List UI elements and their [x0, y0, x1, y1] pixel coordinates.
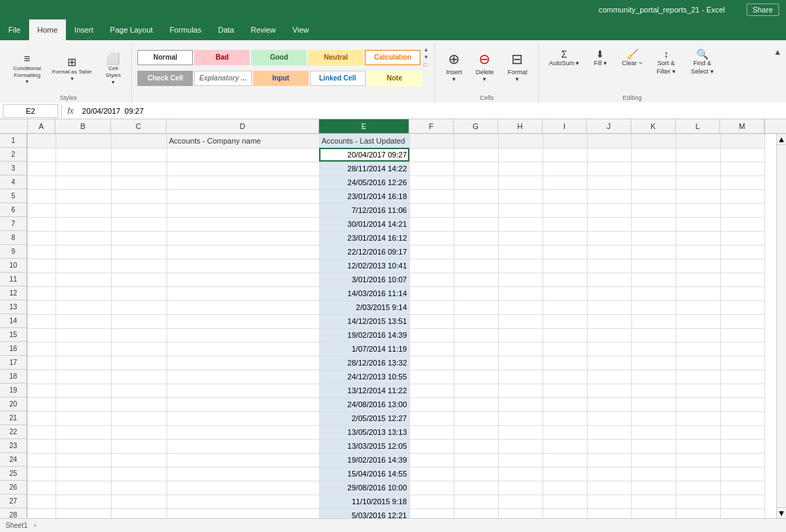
style-good-button[interactable]: Good — [251, 50, 307, 65]
cell-18-7[interactable] — [498, 370, 542, 384]
cell-4-4[interactable]: 24/05/2016 12:26 — [319, 175, 409, 189]
cell-21-8[interactable] — [542, 411, 587, 425]
cell-13-9[interactable] — [587, 300, 631, 314]
row-header-2[interactable]: 2 — [0, 148, 27, 162]
cell-26-12[interactable] — [720, 481, 764, 495]
cell-25-0[interactable] — [28, 467, 55, 481]
cell-27-2[interactable] — [111, 495, 166, 508]
cell-4-11[interactable] — [676, 175, 720, 189]
cell-24-6[interactable] — [454, 453, 498, 467]
cell-22-5[interactable] — [409, 425, 454, 439]
cell-14-8[interactable] — [542, 314, 587, 328]
cell-18-11[interactable] — [676, 370, 720, 384]
cell-11-3[interactable] — [166, 273, 319, 286]
cell-27-4[interactable]: 11/10/2015 9:18 — [319, 495, 409, 508]
cell-2-10[interactable] — [631, 148, 676, 162]
cell-2-6[interactable] — [454, 148, 498, 162]
cell-14-0[interactable] — [28, 314, 55, 328]
cell-4-10[interactable] — [631, 175, 676, 189]
cell-16-11[interactable] — [676, 342, 720, 356]
cell-25-2[interactable] — [111, 467, 166, 481]
cell-8-12[interactable] — [720, 231, 764, 245]
cell-2-8[interactable] — [542, 148, 587, 162]
cell-9-2[interactable] — [111, 245, 166, 259]
cell-13-7[interactable] — [498, 300, 542, 314]
cell-24-4[interactable]: 19/02/2016 14:39 — [319, 453, 409, 467]
cell-18-2[interactable] — [111, 370, 166, 384]
cell-10-7[interactable] — [498, 259, 542, 273]
cell-21-1[interactable] — [55, 411, 111, 425]
cell-20-9[interactable] — [587, 397, 631, 411]
cell-16-9[interactable] — [587, 342, 631, 356]
cell-8-2[interactable] — [111, 231, 166, 245]
cell-19-11[interactable] — [676, 384, 720, 397]
style-linked-cell-button[interactable]: Linked Cell — [310, 71, 366, 86]
cell-2-5[interactable] — [409, 148, 454, 162]
cell-18-12[interactable] — [720, 370, 764, 384]
cell-13-5[interactable] — [409, 300, 454, 314]
cell-26-1[interactable] — [55, 481, 111, 495]
share-button[interactable]: Share — [746, 3, 779, 16]
header-cell-6[interactable] — [454, 134, 498, 148]
cell-4-12[interactable] — [720, 175, 764, 189]
cell-17-10[interactable] — [631, 356, 676, 370]
cell-11-1[interactable] — [55, 273, 111, 286]
cell-23-6[interactable] — [454, 439, 498, 453]
cell-3-7[interactable] — [498, 162, 542, 175]
row-header-8[interactable]: 8 — [0, 231, 27, 245]
cell-25-1[interactable] — [55, 467, 111, 481]
row-header-7[interactable]: 7 — [0, 217, 27, 231]
cell-26-2[interactable] — [111, 481, 166, 495]
cell-17-9[interactable] — [587, 356, 631, 370]
cell-24-9[interactable] — [587, 453, 631, 467]
cell-16-12[interactable] — [720, 342, 764, 356]
cell-3-0[interactable] — [28, 162, 55, 175]
cell-11-8[interactable] — [542, 273, 587, 286]
cell-6-2[interactable] — [111, 203, 166, 217]
cell-14-10[interactable] — [631, 314, 676, 328]
cell-7-8[interactable] — [542, 217, 587, 231]
cell-6-1[interactable] — [55, 203, 111, 217]
cell-11-7[interactable] — [498, 273, 542, 286]
cell-25-4[interactable]: 15/04/2016 14:55 — [319, 467, 409, 481]
cell-3-10[interactable] — [631, 162, 676, 175]
cell-17-12[interactable] — [720, 356, 764, 370]
cell-4-2[interactable] — [111, 175, 166, 189]
cell-4-6[interactable] — [454, 175, 498, 189]
cell-28-6[interactable] — [454, 508, 498, 518]
cell-12-12[interactable] — [720, 286, 764, 300]
cell-25-12[interactable] — [720, 467, 764, 481]
cell-26-4[interactable]: 29/08/2016 10:00 — [319, 481, 409, 495]
col-header-H[interactable]: H — [498, 119, 542, 133]
cell-6-7[interactable] — [498, 203, 542, 217]
cell-5-8[interactable] — [542, 189, 587, 203]
cell-17-6[interactable] — [454, 356, 498, 370]
cell-4-0[interactable] — [28, 175, 55, 189]
cell-23-11[interactable] — [676, 439, 720, 453]
cell-22-11[interactable] — [676, 425, 720, 439]
cell-7-9[interactable] — [587, 217, 631, 231]
cell-4-3[interactable] — [166, 175, 319, 189]
col-header-C[interactable]: C — [111, 119, 166, 133]
row-header-5[interactable]: 5 — [0, 189, 27, 203]
row-header-26[interactable]: 26 — [0, 481, 27, 495]
cell-26-5[interactable] — [409, 481, 454, 495]
cell-20-10[interactable] — [631, 397, 676, 411]
cell-10-10[interactable] — [631, 259, 676, 273]
cell-3-4[interactable]: 28/11/2014 14:22 — [319, 162, 409, 175]
tab-review[interactable]: Review — [242, 19, 284, 40]
col-header-K[interactable]: K — [631, 119, 676, 133]
col-header-F[interactable]: F — [409, 119, 454, 133]
style-calculation-button[interactable]: Calculation — [365, 50, 420, 65]
cell-5-12[interactable] — [720, 189, 764, 203]
cell-11-5[interactable] — [409, 273, 454, 286]
cell-28-4[interactable]: 5/03/2016 12:21 — [319, 508, 409, 518]
cell-21-12[interactable] — [720, 411, 764, 425]
cell-5-3[interactable] — [166, 189, 319, 203]
cell-13-11[interactable] — [676, 300, 720, 314]
cell-10-3[interactable] — [166, 259, 319, 273]
cell-28-12[interactable] — [720, 508, 764, 518]
cell-25-10[interactable] — [631, 467, 676, 481]
cell-21-11[interactable] — [676, 411, 720, 425]
cell-10-11[interactable] — [676, 259, 720, 273]
